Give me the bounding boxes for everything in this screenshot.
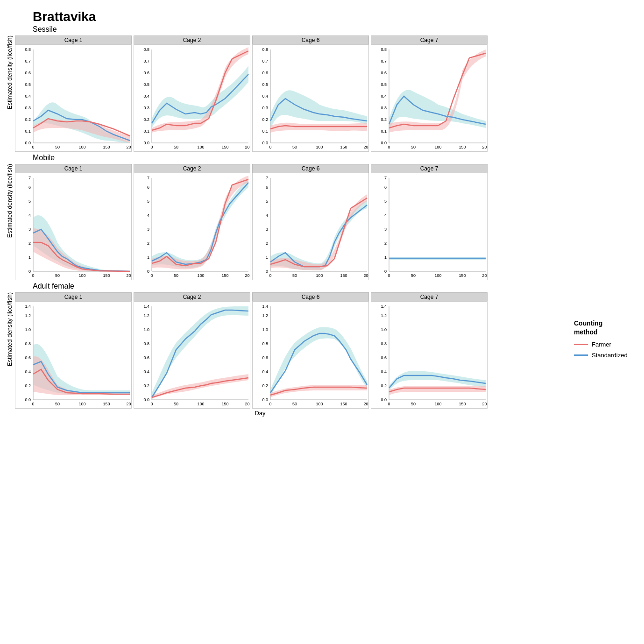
svg-text:3: 3 bbox=[147, 227, 149, 232]
svg-text:0.6: 0.6 bbox=[262, 355, 268, 360]
svg-text:0.5: 0.5 bbox=[25, 82, 31, 87]
main-container: Brattavika Sessile Estimated density (li… bbox=[0, 0, 644, 644]
chart-af-cage2: Cage 2 0.0 0.2 0.4 0.6 0.8 bbox=[134, 292, 250, 409]
svg-text:200: 200 bbox=[126, 402, 132, 406]
svg-text:0: 0 bbox=[28, 269, 31, 274]
svg-text:100: 100 bbox=[78, 145, 85, 149]
chart-sessile-cage1: Cage 1 0.0 0.1 0.2 0 bbox=[15, 35, 132, 152]
chart-header-af-cage6: Cage 6 bbox=[252, 292, 369, 301]
svg-text:0.0: 0.0 bbox=[381, 141, 387, 145]
y-axis-label-mobile: Estimated density (lice/fish) bbox=[5, 164, 14, 238]
svg-text:1.0: 1.0 bbox=[25, 327, 31, 332]
svg-text:50: 50 bbox=[55, 402, 60, 406]
svg-text:150: 150 bbox=[459, 145, 466, 149]
svg-text:4: 4 bbox=[384, 213, 387, 218]
legend-item-standardized: Standardized bbox=[574, 352, 639, 359]
chart-header-af-cage2: Cage 2 bbox=[134, 292, 250, 301]
chart-mobile-cage6: Cage 6 0 1 2 3 4 5 bbox=[252, 164, 369, 280]
svg-text:50: 50 bbox=[55, 145, 60, 149]
chart-header-mobile-cage1: Cage 1 bbox=[15, 164, 132, 173]
svg-text:0.4: 0.4 bbox=[262, 94, 268, 99]
svg-text:200: 200 bbox=[245, 402, 250, 406]
svg-text:1.0: 1.0 bbox=[262, 327, 268, 332]
svg-text:1: 1 bbox=[384, 255, 387, 260]
svg-text:0.1: 0.1 bbox=[381, 129, 387, 134]
svg-text:100: 100 bbox=[316, 402, 323, 406]
svg-text:200: 200 bbox=[126, 145, 132, 149]
svg-text:0.3: 0.3 bbox=[381, 106, 387, 110]
svg-text:0.4: 0.4 bbox=[25, 94, 31, 99]
svg-text:6: 6 bbox=[28, 185, 31, 190]
svg-text:150: 150 bbox=[221, 402, 228, 406]
svg-text:200: 200 bbox=[363, 402, 369, 406]
svg-text:0: 0 bbox=[388, 145, 390, 149]
chart-header-sessile-cage6: Cage 6 bbox=[252, 35, 369, 44]
chart-header-mobile-cage6: Cage 6 bbox=[252, 164, 369, 173]
svg-text:4: 4 bbox=[266, 213, 268, 218]
svg-text:0.5: 0.5 bbox=[143, 82, 149, 87]
svg-text:50: 50 bbox=[292, 145, 297, 149]
svg-text:0.8: 0.8 bbox=[25, 341, 31, 346]
svg-text:0.7: 0.7 bbox=[25, 59, 31, 64]
y-axis-label-sessile: Estimated density (lice/fish) bbox=[5, 35, 14, 109]
svg-text:200: 200 bbox=[126, 273, 132, 278]
chart-mobile-cage7: Cage 7 0 1 2 3 4 5 bbox=[371, 164, 488, 280]
svg-text:100: 100 bbox=[434, 273, 441, 278]
svg-text:0.2: 0.2 bbox=[143, 117, 149, 122]
y-axis-label-adult-female: Estimated density (lice/fish) bbox=[5, 292, 14, 366]
svg-text:100: 100 bbox=[316, 145, 323, 149]
mobile-row: Estimated density (lice/fish) Cage 1 bbox=[5, 164, 565, 280]
svg-text:0.6: 0.6 bbox=[25, 71, 31, 75]
svg-text:0.1: 0.1 bbox=[262, 129, 268, 134]
section-adult-female: Adult female Estimated density (lice/fis… bbox=[5, 282, 565, 417]
mobile-charts: Cage 1 0 1 2 3 4 bbox=[14, 164, 488, 280]
svg-text:0: 0 bbox=[32, 273, 34, 278]
svg-text:0.3: 0.3 bbox=[262, 106, 268, 110]
svg-text:5: 5 bbox=[147, 199, 149, 204]
section-mobile: Mobile Estimated density (lice/fish) Cag… bbox=[5, 154, 565, 280]
svg-text:0.6: 0.6 bbox=[143, 355, 149, 360]
svg-text:0.6: 0.6 bbox=[381, 355, 387, 360]
svg-text:0.6: 0.6 bbox=[143, 71, 149, 75]
svg-text:0.0: 0.0 bbox=[262, 397, 268, 402]
svg-text:200: 200 bbox=[363, 273, 369, 278]
svg-text:7: 7 bbox=[28, 176, 31, 180]
chart-af-cage7: Cage 7 0.0 0.2 0.4 0.6 0.8 bbox=[371, 292, 488, 409]
svg-text:200: 200 bbox=[245, 273, 250, 278]
sessile-row: Estimated density (lice/fish) Cage 1 bbox=[5, 35, 565, 152]
legend-line-standardized bbox=[574, 354, 588, 356]
svg-text:0: 0 bbox=[269, 145, 271, 149]
svg-text:0.8: 0.8 bbox=[25, 47, 31, 52]
chart-header-sessile-cage1: Cage 1 bbox=[15, 35, 132, 44]
svg-text:0: 0 bbox=[269, 402, 271, 406]
plots-area: Brattavika Sessile Estimated density (li… bbox=[5, 9, 565, 635]
chart-sessile-cage6: Cage 6 0.0 0.1 0.2 0.3 0.4 bbox=[252, 35, 369, 152]
svg-text:3: 3 bbox=[28, 227, 31, 232]
svg-text:0.8: 0.8 bbox=[143, 341, 149, 346]
legend-label-farmer: Farmer bbox=[592, 341, 611, 348]
svg-text:0.1: 0.1 bbox=[143, 129, 149, 134]
chart-af-cage1: Cage 1 0.0 0.2 0.4 0.6 bbox=[15, 292, 132, 409]
chart-header-af-cage7: Cage 7 bbox=[371, 292, 488, 301]
svg-text:100: 100 bbox=[316, 273, 323, 278]
svg-text:0.6: 0.6 bbox=[25, 355, 31, 360]
svg-text:0.3: 0.3 bbox=[143, 106, 149, 110]
svg-text:150: 150 bbox=[221, 273, 228, 278]
svg-text:0: 0 bbox=[266, 269, 268, 274]
svg-text:50: 50 bbox=[174, 145, 178, 149]
svg-text:0: 0 bbox=[150, 402, 153, 406]
svg-text:0: 0 bbox=[388, 273, 390, 278]
svg-text:5: 5 bbox=[384, 199, 387, 204]
svg-text:50: 50 bbox=[292, 402, 297, 406]
svg-text:5: 5 bbox=[266, 199, 268, 204]
svg-text:0.2: 0.2 bbox=[262, 383, 268, 388]
svg-text:7: 7 bbox=[147, 176, 149, 180]
svg-text:150: 150 bbox=[103, 145, 110, 149]
chart-header-mobile-cage7: Cage 7 bbox=[371, 164, 488, 173]
svg-text:200: 200 bbox=[482, 145, 488, 149]
svg-text:50: 50 bbox=[411, 145, 416, 149]
svg-text:5: 5 bbox=[28, 199, 31, 204]
svg-text:50: 50 bbox=[55, 273, 60, 278]
svg-text:2: 2 bbox=[266, 241, 268, 246]
sessile-charts: Cage 1 0.0 0.1 0.2 0 bbox=[14, 35, 488, 152]
